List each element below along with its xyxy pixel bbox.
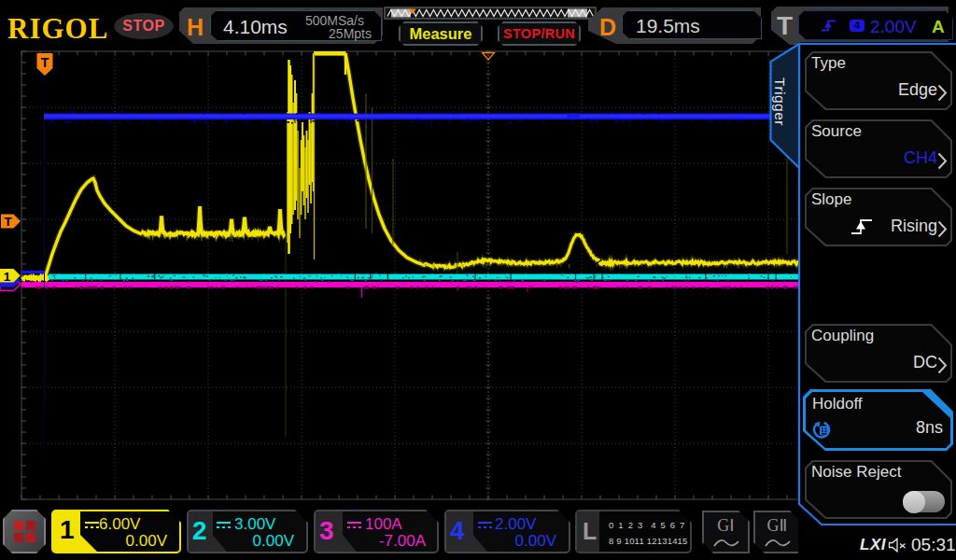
svg-text:1: 1: [4, 270, 11, 284]
svg-text:T: T: [4, 215, 12, 229]
svg-text:T: T: [41, 55, 49, 70]
